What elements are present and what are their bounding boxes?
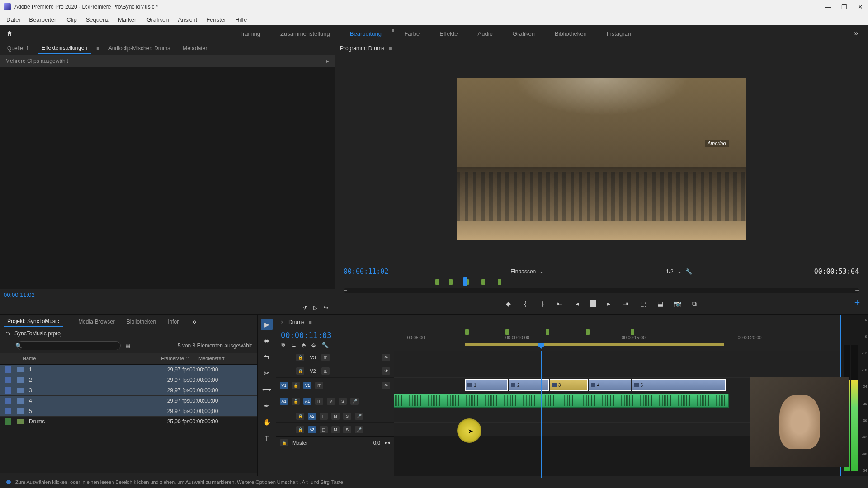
table-row[interactable]: Drums25,00 fps00:00:00:00 [0,417,257,427]
toggle-output-icon[interactable]: 👁 [382,382,390,389]
go-to-next-icon[interactable]: ▸◂ [385,440,390,446]
workspace-zusammenstellung[interactable]: Zusammenstellung [270,28,340,40]
type-tool[interactable]: T [261,432,273,444]
menu-ansicht[interactable]: Ansicht [173,14,202,25]
fit-dropdown[interactable]: Einpassen [510,268,536,275]
menu-hilfe[interactable]: Hilfe [231,14,251,25]
video-clip[interactable]: 1 [465,379,508,391]
filter-bin-icon[interactable]: ▦ [125,343,130,349]
comparison-button[interactable]: ⧉ [690,299,699,308]
mark-out-button[interactable]: } [538,299,547,308]
col-name[interactable]: Name [18,353,140,364]
menu-marken[interactable]: Marken [113,14,142,25]
menu-fenster[interactable]: Fenster [202,14,231,25]
search-input[interactable] [17,341,121,350]
target-a2[interactable]: A2 [308,413,316,420]
button-editor-icon[interactable]: ＋ [853,296,862,308]
workspace-grafiken[interactable]: Grafiken [503,28,545,40]
program-marker-bar[interactable] [371,279,832,286]
go-to-in-button[interactable]: ⇤ [555,299,564,308]
table-row[interactable]: 429,97 fps00:00:00:00 [0,396,257,406]
target-v1[interactable]: V1 [303,382,311,389]
track-header-a2[interactable]: 🔒A2◫MS🎤 [276,409,394,423]
sync-lock-icon[interactable]: ◫ [315,382,323,389]
workspace-audio[interactable]: Audio [468,28,503,40]
track-header-v3[interactable]: 🔒V3◫👁 [276,351,394,364]
table-row[interactable]: 229,97 fps00:00:00:00 [0,375,257,385]
timeline-close-icon[interactable]: × [281,319,284,325]
minimize-button[interactable]: — [824,3,832,10]
razor-tool[interactable]: ✂ [261,367,273,379]
add-marker-icon[interactable]: ⬘ [302,342,306,348]
lock-icon[interactable]: 🔒 [292,382,300,389]
source-timecode[interactable]: 00:00:11:02 [0,289,335,301]
resolution-dropdown[interactable]: 1/2 [666,268,674,275]
sync-lock-icon[interactable]: ◫ [320,426,328,433]
video-clip[interactable]: 2 [509,379,549,391]
home-icon[interactable] [5,28,14,38]
track-header-a1[interactable]: A1🔒A1◫MS🎤 [276,393,394,409]
program-monitor[interactable]: Amorino [335,55,868,263]
project-tab-menu-icon[interactable]: ≡ [67,319,70,324]
mute-button[interactable]: M [331,413,340,420]
linked-selection-icon[interactable]: ⊂ [291,342,296,348]
settings-icon[interactable]: 🔧 [685,268,692,275]
sync-lock-icon[interactable]: ◫ [320,413,328,420]
wrench-icon[interactable]: 🔧 [321,342,329,348]
timeline-timecode[interactable]: 00:00:11:03 [281,331,389,340]
snap-icon[interactable]: ❄ [281,342,286,348]
col-medienstart[interactable]: Medienstart [194,353,257,364]
close-button[interactable]: ✕ [856,3,864,10]
timeline-settings-icon[interactable]: ⬙ [311,342,316,348]
add-marker-button[interactable]: ◆ [504,299,513,308]
lock-icon[interactable]: 🔒 [296,367,304,375]
effect-expand-icon[interactable]: ▸ [326,58,329,64]
track-header-a3[interactable]: 🔒A3◫MS🎤 [276,423,394,436]
selection-tool[interactable]: ▶ [261,319,273,330]
source-filter-icon[interactable]: ⧩ [302,305,307,311]
project-table[interactable]: Name Framerate ⌃ Medienstart 129,97 fps0… [0,353,257,473]
stop-button[interactable] [590,300,596,307]
source-patch-a1[interactable]: A1 [280,398,288,405]
tab-media-browser[interactable]: Media-Browser [75,317,118,327]
slip-tool[interactable]: ⟷ [261,384,273,395]
project-overflow-icon[interactable]: » [187,318,202,326]
col-framerate[interactable]: Framerate ⌃ [140,353,194,364]
menu-sequenz[interactable]: Sequenz [81,14,113,25]
extract-button[interactable]: ⬓ [656,299,665,308]
track-header-master[interactable]: 🔒Master0,0▸◂ [276,436,394,448]
ripple-edit-tool[interactable]: ⇆ [261,351,273,363]
menu-grafiken[interactable]: Grafiken [142,14,173,25]
lock-icon[interactable]: 🔒 [292,398,300,405]
program-zoom-slider[interactable] [344,288,859,293]
video-clip[interactable]: 3 [550,379,588,391]
workspace-training[interactable]: Training [230,28,270,40]
hand-tool[interactable]: ✋ [261,416,273,428]
mute-button[interactable]: M [331,426,340,433]
marker-icon[interactable] [435,279,439,285]
audio-clip[interactable] [394,394,729,408]
tab-effekteinstellungen[interactable]: Effekteinstellungen [38,43,91,54]
step-forward-button[interactable]: ▸ [604,299,613,308]
toggle-output-icon[interactable]: 👁 [382,354,390,361]
program-menu-icon[interactable]: ≡ [389,46,392,51]
tab-bibliotheken[interactable]: Bibliotheken [123,317,160,327]
solo-button[interactable]: S [343,413,351,420]
voiceover-icon[interactable]: 🎤 [350,398,359,405]
program-timecode-left[interactable]: 00:00:11:02 [344,267,388,276]
sync-lock-icon[interactable]: ◫ [321,354,330,361]
track-select-tool[interactable]: ⬌ [261,335,273,347]
search-icon[interactable]: 🔍 [15,343,22,349]
target-a1[interactable]: A1 [303,398,311,405]
track-header-v2[interactable]: 🔒V2◫👁 [276,364,394,378]
marker-icon[interactable] [449,279,453,285]
tab-audioclip-mischer[interactable]: Audioclip-Mischer: Drums [105,43,174,53]
timeline-marker[interactable] [505,329,509,335]
target-a3[interactable]: A3 [308,426,316,433]
lift-button[interactable]: ⬚ [638,299,647,308]
track-header-v1[interactable]: V1🔒V1◫👁 [276,378,394,393]
mark-in-button[interactable]: { [521,299,530,308]
effect-tab-menu-icon[interactable]: ≡ [96,46,99,51]
workspace-instagram[interactable]: Instagram [597,28,643,40]
timeline-marker[interactable] [546,329,549,335]
